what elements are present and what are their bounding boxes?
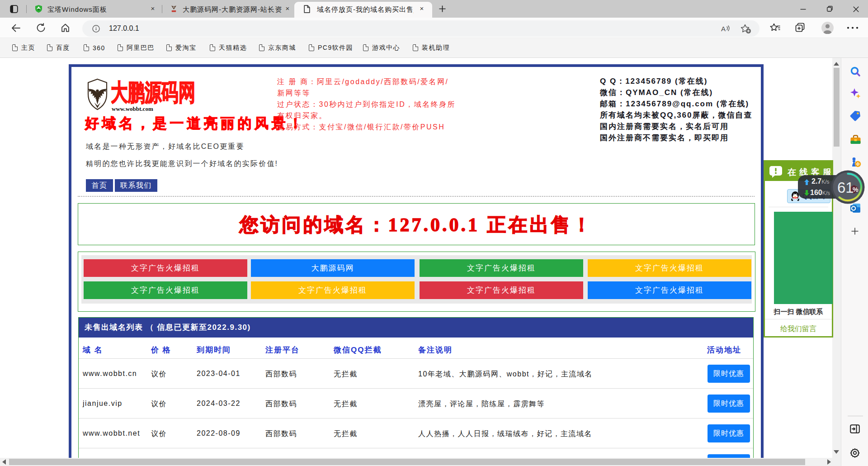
svg-text:61: 61 bbox=[837, 179, 854, 196]
svg-text:A: A bbox=[721, 25, 726, 33]
svg-text:%: % bbox=[853, 186, 859, 193]
